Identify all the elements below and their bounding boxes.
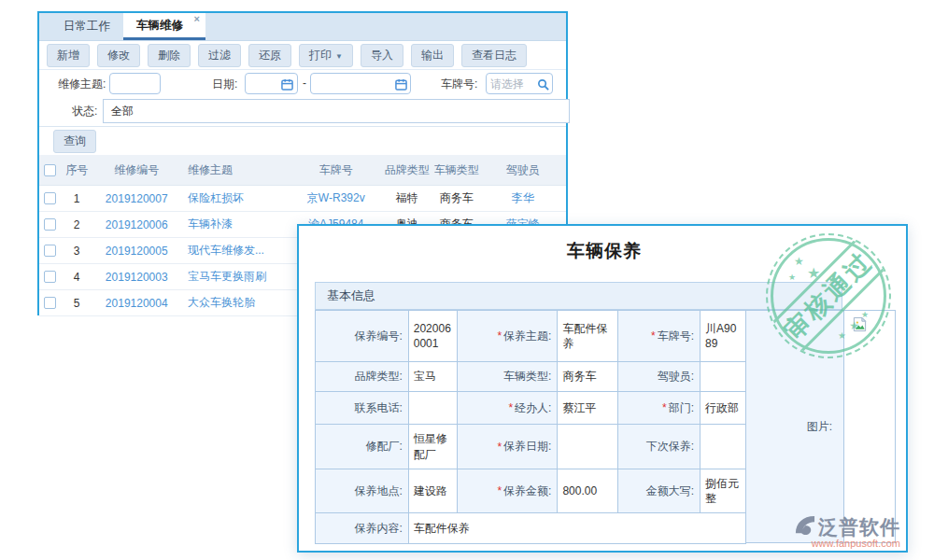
header-plate[interactable]: 车牌号	[291, 162, 380, 178]
header-driver[interactable]: 驾驶员	[480, 162, 566, 178]
status-label: 状态:	[72, 104, 97, 119]
tab-bar: 日常工作 车辆维修 ×	[39, 13, 566, 41]
required-marker: *	[662, 401, 667, 414]
select-all-checkbox[interactable]	[44, 164, 56, 176]
query-button[interactable]: 查询	[53, 130, 96, 153]
export-button[interactable]: 输出	[411, 44, 454, 67]
tab-daily-work-label: 日常工作	[64, 19, 110, 35]
import-button[interactable]: 导入	[361, 44, 403, 67]
image-placeholder-icon[interactable]	[852, 319, 868, 335]
field-value-maintenance-code[interactable]: 2020060001	[409, 311, 458, 362]
field-label-picture: 图片:	[746, 310, 844, 543]
field-value-maintenance-subject[interactable]: 车配件保养	[558, 311, 618, 362]
field-value-picture[interactable]	[844, 310, 896, 543]
cell-seq: 2	[61, 218, 93, 231]
field-value-handler[interactable]: 蔡江平	[558, 392, 618, 425]
tab-vehicle-repair[interactable]: 车辆维修 ×	[123, 13, 205, 40]
cell-repair-subject[interactable]: 车辆补漆	[180, 217, 291, 232]
header-vehicle-type[interactable]: 车辆类型	[433, 162, 480, 178]
delete-button[interactable]: 删除	[148, 44, 191, 67]
field-label-amount-in-words: 金额大写:	[618, 469, 700, 513]
page-title: 车辆保养	[299, 239, 910, 263]
header-brand[interactable]: 品牌类型	[380, 162, 433, 178]
cell-repair-subject[interactable]: 大众车换轮胎	[180, 295, 291, 311]
row-checkbox[interactable]	[44, 192, 56, 204]
field-value-repair-shop[interactable]: 恒星修配厂	[409, 425, 458, 469]
field-value-vehicle-type[interactable]: 商务车	[558, 362, 618, 392]
fanpu-logo: 泛普软件 www.fanpusoft.com	[793, 514, 900, 549]
table-header-row: 序号 维修编号 维修主题 车牌号 品牌类型 车辆类型 驾驶员	[39, 155, 566, 186]
required-marker: *	[508, 401, 513, 414]
table-row[interactable]: 1 2019120007 保险杠损坏 京W-R392v 福特 商务车 李华	[39, 186, 566, 212]
field-value-maintenance-amount[interactable]: 800.00	[558, 469, 618, 513]
field-value-driver[interactable]	[700, 362, 746, 392]
field-value-plate-number[interactable]: 川A9089	[700, 311, 746, 362]
field-label-handler: *经办人:	[458, 392, 559, 425]
field-value-maintenance-place[interactable]: 建设路	[409, 469, 458, 513]
header-seq[interactable]: 序号	[61, 162, 93, 178]
tab-daily-work[interactable]: 日常工作	[50, 13, 123, 40]
filter-button[interactable]: 过滤	[198, 44, 241, 67]
cell-repair-subject[interactable]: 宝马车更换雨刷	[180, 269, 291, 285]
row-checkbox[interactable]	[44, 218, 56, 231]
header-repair-subject[interactable]: 维修主题	[180, 162, 291, 178]
edit-button[interactable]: 修改	[97, 44, 140, 67]
cell-vehicle-type: 商务车	[433, 190, 480, 206]
cell-repair-subject[interactable]: 保险杠损坏	[180, 190, 291, 206]
calendar-icon[interactable]	[281, 77, 293, 94]
cell-plate[interactable]: 京W-R392v	[291, 190, 380, 206]
cell-seq: 3	[61, 245, 93, 258]
field-value-contact-phone[interactable]	[409, 392, 458, 425]
field-value-brand-type[interactable]: 宝马	[409, 362, 458, 392]
required-marker: *	[497, 329, 502, 343]
repair-subject-input[interactable]	[109, 73, 161, 94]
search-icon[interactable]	[537, 77, 549, 94]
date-range-separator: -	[303, 77, 306, 90]
field-label-maintenance-date: *保养日期:	[458, 425, 559, 469]
cell-repair-code[interactable]: 2019120003	[93, 271, 180, 284]
section-basic-info: 基本信息	[315, 282, 842, 310]
field-value-next-maintenance[interactable]	[700, 425, 746, 469]
field-label-maintenance-content: 保养内容:	[316, 513, 409, 544]
row-checkbox[interactable]	[44, 297, 56, 309]
cell-brand: 福特	[380, 190, 433, 206]
fanpu-logo-text: 泛普软件	[818, 514, 900, 540]
cell-repair-subject[interactable]: 现代车维修发...	[180, 243, 291, 259]
view-log-button[interactable]: 查看日志	[461, 44, 527, 67]
screen: 日常工作 车辆维修 × 新增 修改 删除 过滤 还原 打印▼ 导入 输出 查看日…	[0, 0, 934, 560]
row-checkbox[interactable]	[44, 271, 56, 283]
cell-seq: 4	[61, 271, 93, 284]
print-button-label: 打印	[309, 49, 332, 62]
required-marker: *	[651, 329, 656, 343]
status-select[interactable]: 全部	[103, 99, 570, 123]
chevron-down-icon: ▼	[335, 52, 343, 61]
cell-repair-code[interactable]: 2019120006	[93, 218, 180, 231]
date-label: 日期:	[212, 77, 237, 92]
field-value-amount-in-words[interactable]: 捌佰元整	[700, 469, 746, 513]
field-label-repair-shop: 修配厂:	[316, 425, 409, 469]
field-label-plate-number: *车牌号:	[618, 311, 700, 362]
header-repair-code[interactable]: 维修编号	[93, 162, 180, 178]
star-icon: ★	[788, 273, 796, 282]
print-button[interactable]: 打印▼	[299, 44, 353, 67]
field-value-maintenance-content[interactable]: 车配件保养	[409, 513, 746, 544]
required-marker: *	[497, 441, 502, 454]
tab-vehicle-repair-label: 车辆维修	[136, 18, 183, 34]
add-button[interactable]: 新增	[47, 44, 90, 67]
row-checkbox[interactable]	[44, 245, 56, 257]
field-value-maintenance-date[interactable]	[558, 425, 618, 469]
cell-seq: 5	[61, 297, 93, 310]
field-label-maintenance-place: 保养地点:	[316, 469, 409, 513]
calendar-icon[interactable]	[395, 77, 407, 94]
field-label-vehicle-type: 车辆类型:	[458, 362, 559, 392]
cell-driver[interactable]: 李华	[480, 190, 566, 206]
cell-repair-code[interactable]: 2019120004	[93, 297, 180, 310]
cell-repair-code[interactable]: 2019120007	[93, 192, 180, 205]
restore-button[interactable]: 还原	[248, 44, 291, 67]
field-label-maintenance-subject: *保养主题:	[458, 311, 559, 362]
plate-number-label: 车牌号:	[441, 77, 477, 92]
field-value-department[interactable]: 行政部	[700, 392, 746, 425]
status-row: 状态: 全部	[39, 96, 566, 127]
close-icon[interactable]: ×	[194, 14, 200, 24]
cell-repair-code[interactable]: 2019120005	[93, 245, 180, 258]
